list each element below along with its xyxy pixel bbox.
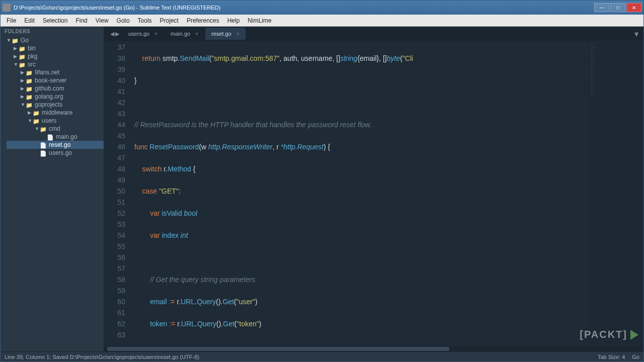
nav-back-icon[interactable]: ◀ <box>110 31 114 37</box>
close-icon[interactable]: × <box>154 31 157 37</box>
tab-reset[interactable]: reset.go× <box>205 28 246 40</box>
folder-github[interactable]: ▶github.com <box>7 84 104 93</box>
folder-icon <box>26 77 33 83</box>
close-button[interactable]: ✕ <box>626 3 641 12</box>
tab-label: reset.go <box>211 31 231 37</box>
chevron-right-icon: ▶ <box>21 78 26 83</box>
menu-help[interactable]: Help <box>223 16 244 26</box>
folder-label: 9fans.net <box>35 69 59 76</box>
folder-book[interactable]: ▶book-server <box>7 76 104 84</box>
folder-icon <box>26 102 33 108</box>
menu-goto[interactable]: Goto <box>113 16 134 26</box>
folder-icon <box>19 61 26 67</box>
folder-icon <box>26 85 33 92</box>
folder-label: goprojects <box>35 101 62 108</box>
chevron-right-icon: ▶ <box>14 46 19 51</box>
close-icon[interactable]: × <box>236 31 239 37</box>
menu-project[interactable]: Project <box>156 16 183 26</box>
tab-overflow-icon[interactable]: ▾ <box>629 29 643 39</box>
menu-edit[interactable]: Edit <box>20 16 39 26</box>
folder-label: pkg <box>28 53 37 60</box>
file-icon <box>40 142 47 148</box>
folder-go[interactable]: ▼Go <box>7 36 104 44</box>
minimap[interactable]: ▬▬▬▬▬▬▬▬▬▬▬▬▬▬▬▬▬▬▬▬▬▬▬▬▬▬▬▬▬▬▬▬▬▬▬▬▬▬▬▬… <box>588 41 643 346</box>
menu-preferences[interactable]: Preferences <box>183 16 223 26</box>
folders-header: FOLDERS <box>1 27 104 36</box>
folder-pkg[interactable]: ▶pkg <box>7 52 104 60</box>
window-buttons: ─ □ ✕ <box>594 3 641 12</box>
line-gutter[interactable]: 3738394041424344454647484950515253545556… <box>104 41 130 346</box>
chevron-down-icon: ▼ <box>14 62 19 67</box>
tab-main[interactable]: main.go× <box>165 28 204 40</box>
tab-label: main.go <box>171 31 190 37</box>
menu-nimlime[interactable]: NimLime <box>244 16 275 26</box>
folder-label: middleware <box>42 109 72 116</box>
file-usersgo[interactable]: users.go <box>7 149 104 157</box>
play-icon <box>630 330 638 340</box>
menu-tools[interactable]: Tools <box>134 16 156 26</box>
folder-icon <box>40 126 47 132</box>
status-syntax[interactable]: Go <box>632 354 639 360</box>
folder-9fans[interactable]: ▶9fans.net <box>7 68 104 76</box>
chevron-down-icon: ▼ <box>21 102 26 107</box>
tab-bar: ◀ ▶ users.go× main.go× reset.go× ▾ <box>104 27 643 41</box>
folder-goprojects[interactable]: ▼goprojects <box>7 101 104 109</box>
chevron-right-icon: ▶ <box>21 70 26 75</box>
maximize-button[interactable]: □ <box>610 3 625 12</box>
chevron-right-icon: ▶ <box>21 86 26 91</box>
file-label: main.go <box>56 133 77 140</box>
file-maingo[interactable]: main.go <box>7 133 104 141</box>
tab-users[interactable]: users.go× <box>122 28 164 40</box>
folder-icon <box>26 94 33 100</box>
folder-icon <box>26 69 33 75</box>
status-tabsize[interactable]: Tab Size: 4 <box>598 354 625 360</box>
folder-label: Go <box>21 37 29 44</box>
menu-find[interactable]: Find <box>71 16 91 26</box>
file-icon <box>47 134 54 140</box>
file-icon <box>40 150 47 156</box>
nav-forward-icon[interactable]: ▶ <box>115 31 119 37</box>
chevron-down-icon: ▼ <box>7 38 12 43</box>
menu-file[interactable]: File <box>3 16 20 26</box>
folder-label: users <box>42 117 56 124</box>
folder-cmd[interactable]: ▼cmd <box>7 125 104 133</box>
window-title: D:\Projects\Go\src\goprojects\users\rese… <box>14 5 594 11</box>
minimize-button[interactable]: ─ <box>594 3 609 12</box>
folder-golang[interactable]: ▶golang.org <box>7 93 104 101</box>
scrollbar-thumb[interactable] <box>107 347 449 351</box>
chevron-down-icon: ▼ <box>28 118 33 123</box>
folder-icon <box>33 118 40 124</box>
menu-view[interactable]: View <box>92 16 113 26</box>
file-label: reset.go <box>49 141 70 148</box>
folder-icon <box>12 37 19 43</box>
folder-icon <box>19 45 26 51</box>
code-editor[interactable]: return smtp.SendMail("smtp.gmail.com:587… <box>130 41 643 346</box>
chevron-right-icon: ▶ <box>28 110 33 115</box>
folder-label: bin <box>28 45 36 52</box>
folder-bin[interactable]: ▶bin <box>7 44 104 52</box>
horizontal-scrollbar[interactable] <box>104 346 643 351</box>
chevron-right-icon: ▶ <box>14 54 19 59</box>
packt-logo: [PACKT] <box>580 329 638 340</box>
tab-label: users.go <box>128 31 149 37</box>
close-icon[interactable]: × <box>195 31 198 37</box>
folder-src[interactable]: ▼src <box>7 60 104 68</box>
folder-label: github.com <box>35 85 64 92</box>
folder-label: src <box>28 61 36 68</box>
folder-users[interactable]: ▼users <box>7 117 104 125</box>
status-cursor[interactable]: Line 39, Column 1; Saved D:\Projects\Go\… <box>5 354 199 360</box>
app-icon <box>3 4 11 12</box>
file-resetgo[interactable]: reset.go <box>7 141 104 149</box>
logo-text: [PACKT] <box>580 329 627 340</box>
folder-middleware[interactable]: ▶middleware <box>7 109 104 117</box>
menu-selection[interactable]: Selection <box>39 16 71 26</box>
folder-icon <box>19 53 26 59</box>
chevron-down-icon: ▼ <box>35 126 40 131</box>
menubar: File Edit Selection Find View Goto Tools… <box>1 15 643 27</box>
folder-label: book-server <box>35 77 66 84</box>
folder-label: golang.org <box>35 93 63 100</box>
folder-label: cmd <box>49 125 60 132</box>
titlebar[interactable]: D:\Projects\Go\src\goprojects\users\rese… <box>1 1 643 15</box>
folder-tree: ▼Go ▶bin ▶pkg ▼src ▶9fans.net ▶book-serv… <box>1 36 104 157</box>
sidebar[interactable]: FOLDERS ▼Go ▶bin ▶pkg ▼src ▶9fans.net ▶b… <box>1 27 104 351</box>
